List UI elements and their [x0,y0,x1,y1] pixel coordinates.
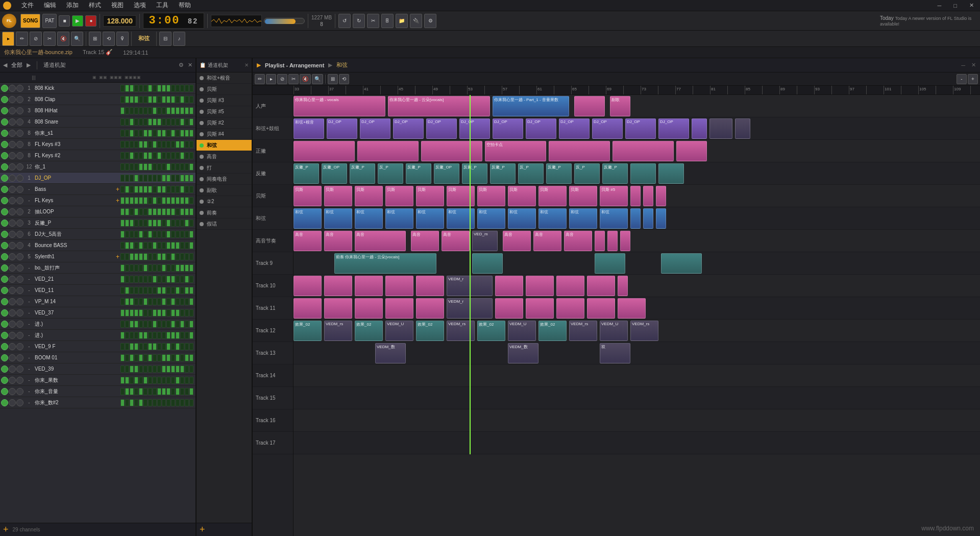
channel-pad[interactable] [185,141,189,148]
channel-pad[interactable] [185,388,189,395]
channel-pad[interactable] [166,186,170,193]
stop-btn[interactable]: ■ [59,15,70,27]
channel-pad[interactable] [162,253,166,260]
channel-pad[interactable] [143,107,148,114]
channel-pad[interactable] [157,152,161,159]
channel-pad[interactable] [153,130,157,137]
channel-mute-btn[interactable] [1,163,8,170]
channel-pad[interactable] [153,264,157,272]
playlist-clip[interactable]: 高音 [411,231,439,251]
channel-pad[interactable] [153,141,157,148]
channel-mute-btn[interactable] [1,118,8,126]
channel-pad[interactable] [153,309,157,316]
channel-pad[interactable] [153,377,157,384]
channel-pad[interactable] [162,220,166,227]
playlist-clip[interactable]: 效果_02 [355,321,383,341]
playlist-minimize[interactable]: ─ [961,62,965,68]
channel-mute2-btn[interactable] [16,321,23,328]
menu-item-help[interactable]: 帮助 [177,0,193,11]
channel-pad[interactable] [125,366,129,373]
channel-mute2-btn[interactable] [16,264,23,272]
channel-pad[interactable] [153,107,157,114]
playlist-clip[interactable]: DJ_OP [426,118,457,139]
playlist-clip[interactable]: 和弦+根音 [293,118,324,139]
playlist-clip[interactable]: 反撇_P [293,163,319,184]
channel-pad[interactable] [153,85,157,92]
playlist-clip[interactable]: 高音 [355,231,406,251]
channel-solo-btn[interactable] [9,85,16,92]
channel-pad[interactable] [180,354,184,361]
channel-pad[interactable] [148,163,152,170]
pl-zoom-tool[interactable]: 🔍 [312,74,323,84]
channel-pad[interactable] [185,321,189,328]
playlist-clip[interactable]: VEDM_数 [508,343,538,363]
channel-row[interactable]: -VP_M 14 [0,296,195,307]
channel-pad[interactable] [176,366,180,373]
channel-pad[interactable] [153,208,157,215]
erase-tool[interactable]: ⊘ [30,32,42,46]
channel-pad[interactable] [134,186,138,193]
channel-pad[interactable] [148,298,152,305]
channel-pad[interactable] [185,399,189,406]
playlist-clip[interactable]: 高音 [293,231,322,251]
channel-pad[interactable] [134,242,138,249]
channel-pad[interactable] [157,186,161,193]
channel-pad[interactable] [157,388,161,395]
channel-pad[interactable] [120,85,125,92]
channel-pad[interactable] [143,388,148,395]
playlist-clip[interactable]: VEDM_U [385,321,413,341]
playlist-clip[interactable]: 反撇_P [350,163,375,184]
channel-row[interactable]: 8你来_s1 [0,128,195,139]
channel-pad[interactable] [143,332,148,339]
playlist-clip[interactable] [661,253,702,274]
channel-pad[interactable] [189,85,193,92]
channel-pad[interactable] [171,287,175,294]
playlist-clip[interactable]: VEDM_r [447,276,493,296]
channel-pad[interactable] [157,220,161,227]
channel-pad[interactable] [130,175,134,182]
channel-pad[interactable] [176,377,180,384]
playlist-clip[interactable] [656,208,666,229]
playlist-clip[interactable] [587,298,615,319]
playlist-clip[interactable]: 和弦 [324,208,352,229]
track-row[interactable]: 反撇_P反撇_OP反撇_P反_P反撇_P反撇_OP反撇_P反撇_P反_P反撇_P… [293,162,980,185]
channel-pad[interactable] [171,118,175,126]
channel-pad[interactable] [162,186,166,193]
channel-row[interactable]: -进.) [0,330,195,341]
channel-pad[interactable] [139,186,143,193]
piano-btn[interactable]: ♪ [173,32,185,46]
channel-pad[interactable] [134,130,138,137]
channel-pad[interactable] [120,231,125,238]
channel-row[interactable]: 6DJ大_5高音 [0,229,195,240]
channel-pad[interactable] [189,276,193,283]
channel-mute-btn[interactable] [1,276,8,283]
channel-pad[interactable] [162,366,166,373]
channel-pad[interactable] [171,388,175,395]
bpm-display[interactable]: 128.000 [103,15,136,27]
channel-pad[interactable] [189,186,193,193]
playlist-clip[interactable] [526,276,554,296]
channel-mute-btn[interactable] [1,321,8,328]
channel-pad[interactable] [180,309,184,316]
channel-pad[interactable] [153,152,157,159]
channel-pad[interactable] [189,107,193,114]
channel-pad[interactable] [143,264,148,272]
channel-pad[interactable] [120,253,125,260]
channel-row[interactable]: -VED_9 F [0,341,195,352]
channel-mute-btn[interactable] [1,253,8,260]
redo-btn[interactable]: ↻ [353,14,365,28]
channel-pad[interactable] [120,107,125,114]
channel-solo-btn[interactable] [9,264,16,272]
channel-pad[interactable] [139,118,143,126]
channel-solo-btn[interactable] [9,163,16,170]
channel-pad[interactable] [185,242,189,249]
channel-pad[interactable] [180,343,184,350]
channel-pad[interactable] [134,96,138,103]
channel-pad[interactable] [189,152,193,159]
channel-pad[interactable] [189,208,193,215]
playlist-clip[interactable] [630,186,641,206]
channel-pad[interactable] [180,175,184,182]
playlist-clip[interactable] [607,231,618,251]
track-row[interactable]: 效果_02VEDM_rs效果_02VEDM_U效果_02VEDM_rs效果_02… [293,320,980,342]
channel-pad[interactable] [130,321,134,328]
